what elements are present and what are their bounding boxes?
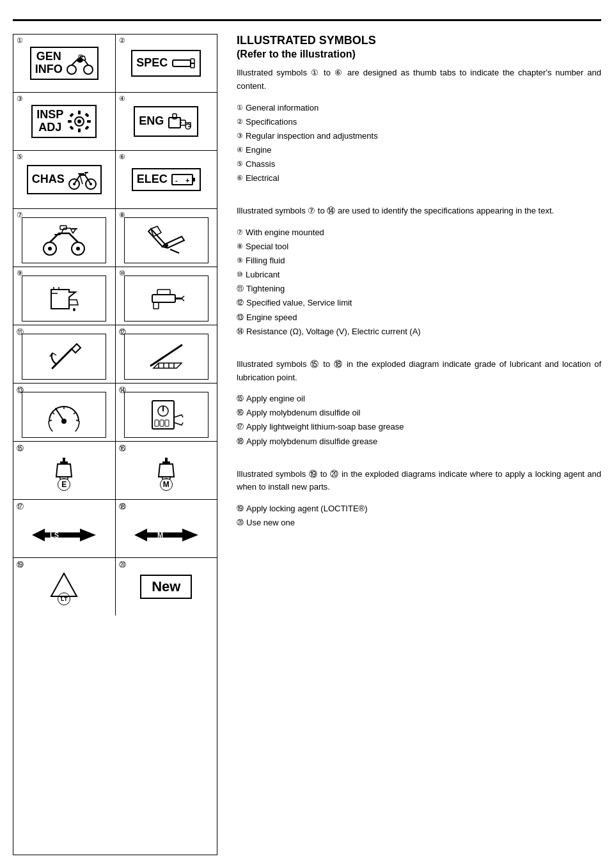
grid-row-7: ⑬ xyxy=(13,384,217,442)
n19-num: ⑲ xyxy=(237,502,244,516)
grid-row-1: ① GENINFO xyxy=(13,35,217,93)
l17-label: Apply lightweight lithium-soap base grea… xyxy=(246,420,404,434)
cell-7: ⑦ xyxy=(13,209,116,267)
tab-label-chas: CHAS xyxy=(32,173,65,186)
svg-point-31 xyxy=(48,247,52,251)
engine-icon xyxy=(168,110,193,133)
spec-10: ⑩ Lubricant xyxy=(237,268,601,282)
spec-8: ⑧ Special tool xyxy=(237,240,601,254)
s10-label: Lubricant xyxy=(246,268,279,282)
l18-num: ⑱ xyxy=(237,435,244,449)
cell-num-15: ⑮ xyxy=(17,444,24,453)
cell-content-17: LS xyxy=(17,502,111,555)
chapter-6: ⑥ Electrical xyxy=(237,171,601,185)
grid-row-2: ③ INSPADJ xyxy=(13,93,217,151)
cell-content-18: M xyxy=(120,502,214,555)
svg-rect-11 xyxy=(68,120,72,123)
tab-box-chas: CHAS xyxy=(27,165,102,194)
svg-marker-47 xyxy=(134,529,198,541)
s14-label: Resistance (Ω), Voltage (V), Electric cu… xyxy=(246,325,421,339)
top-border xyxy=(13,19,601,21)
svg-rect-13 xyxy=(70,112,74,117)
page: ① GENINFO xyxy=(0,0,614,868)
spec-12: ⑫ Specified value, Service limit xyxy=(237,296,601,310)
cell-content-9 xyxy=(17,270,111,322)
svg-point-34 xyxy=(164,244,168,247)
filling-fluid-icon xyxy=(45,282,83,315)
cell-content-8 xyxy=(120,212,214,264)
cell-num-17: ⑰ xyxy=(17,502,24,511)
grease-arrow-LS-icon: LS xyxy=(32,525,96,545)
cell-10: ⑩ xyxy=(116,267,217,325)
intro-text: Illustrated symbols ① to ⑥ are designed … xyxy=(237,66,601,93)
tab-label-gen: GENINFO xyxy=(35,50,63,76)
mounted-motorcycle-icon xyxy=(41,223,87,258)
svg-rect-10 xyxy=(78,128,81,132)
lub-symbol-M: M xyxy=(156,456,177,491)
n20-label: Use new one xyxy=(246,516,295,530)
special-tool-icon xyxy=(145,224,188,257)
lub-E-badge: E xyxy=(58,478,70,491)
svg-rect-35 xyxy=(152,295,175,302)
svg-point-4 xyxy=(79,60,81,63)
s13-label: Engine speed xyxy=(246,311,297,325)
grid-row-6: ⑪ xyxy=(13,325,217,384)
cell-20: ⑳ New xyxy=(116,558,217,616)
tab-label-elec: ELEC xyxy=(137,173,168,186)
cell-content-16: M xyxy=(120,444,214,497)
svg-text:LS: LS xyxy=(50,531,59,539)
l15-num: ⑮ xyxy=(237,392,244,407)
new-list: ⑲ Apply locking agent (LOCTITE®) ⑳ Use n… xyxy=(237,502,601,530)
specs-intro-text: Illustrated symbols ⑦ to ⑭ are used to i… xyxy=(237,205,601,218)
oil-can-E-icon xyxy=(54,456,74,479)
cell-num-4: ④ xyxy=(119,95,125,103)
svg-rect-26 xyxy=(193,178,195,182)
spec-14: ⑭ Resistance (Ω), Voltage (V), Electric … xyxy=(237,325,601,339)
grid-row-8: ⑮ E ⑯ xyxy=(13,442,217,500)
l18-label: Apply molybdenum disulfide grease xyxy=(246,435,377,449)
symbol-grid: ① GENINFO xyxy=(13,34,217,855)
cell-num-3: ③ xyxy=(17,95,23,103)
svg-rect-42 xyxy=(155,420,159,426)
cell-num-14: ⑭ xyxy=(119,385,126,395)
lub-M-badge: M xyxy=(160,478,173,491)
s9-label: Filling fluid xyxy=(246,254,285,268)
symbol-box-12 xyxy=(124,334,209,380)
cell-num-16: ⑯ xyxy=(119,444,126,453)
tightening-icon xyxy=(43,340,84,373)
cell-17: ⑰ LS xyxy=(13,500,116,557)
svg-text:M: M xyxy=(157,531,163,539)
s11-num: ⑪ xyxy=(237,283,244,297)
spec-13: ⑬ Engine speed xyxy=(237,311,601,325)
s14-num: ⑭ xyxy=(237,325,244,339)
svg-rect-37 xyxy=(154,302,159,309)
cell-content-10 xyxy=(120,270,214,322)
cell-8: ⑧ xyxy=(116,209,217,267)
cell-num-18: ⑱ xyxy=(119,502,126,511)
cell-content-15: E xyxy=(17,444,111,497)
chapters-list: ① General information ② Specifications ③… xyxy=(237,101,601,186)
lub-18: ⑱ Apply molybdenum disulfide grease xyxy=(237,435,601,449)
battery-icon: - + xyxy=(171,172,196,187)
svg-rect-14 xyxy=(85,112,90,117)
svg-point-8 xyxy=(77,120,81,123)
cell-11: ⑪ xyxy=(13,325,116,383)
grid-row-5: ⑨ xyxy=(13,267,217,325)
cell-13: ⑬ xyxy=(13,384,116,441)
cell-12: ⑫ xyxy=(116,325,217,383)
svg-rect-36 xyxy=(157,290,170,295)
cell-num-10: ⑩ xyxy=(119,269,125,277)
l17-num: ⑰ xyxy=(237,421,244,435)
ch2-label: Specifications xyxy=(246,115,297,129)
loctite-symbol: LT xyxy=(50,572,78,605)
s10-num: ⑩ xyxy=(237,268,243,283)
cell-num-19: ⑲ xyxy=(17,560,24,570)
l15-label: Apply engine oil xyxy=(246,392,305,406)
specs-list: ⑦ With engine mounted ⑧ Special tool ⑨ F… xyxy=(237,226,601,339)
lubricant-icon xyxy=(147,282,185,315)
ch4-label: Engine xyxy=(246,143,271,157)
lub-symbol-E: E xyxy=(54,456,74,491)
s12-num: ⑫ xyxy=(237,297,244,311)
cell-19: ⑲ LT xyxy=(13,558,116,616)
cell-content-12 xyxy=(120,328,214,380)
